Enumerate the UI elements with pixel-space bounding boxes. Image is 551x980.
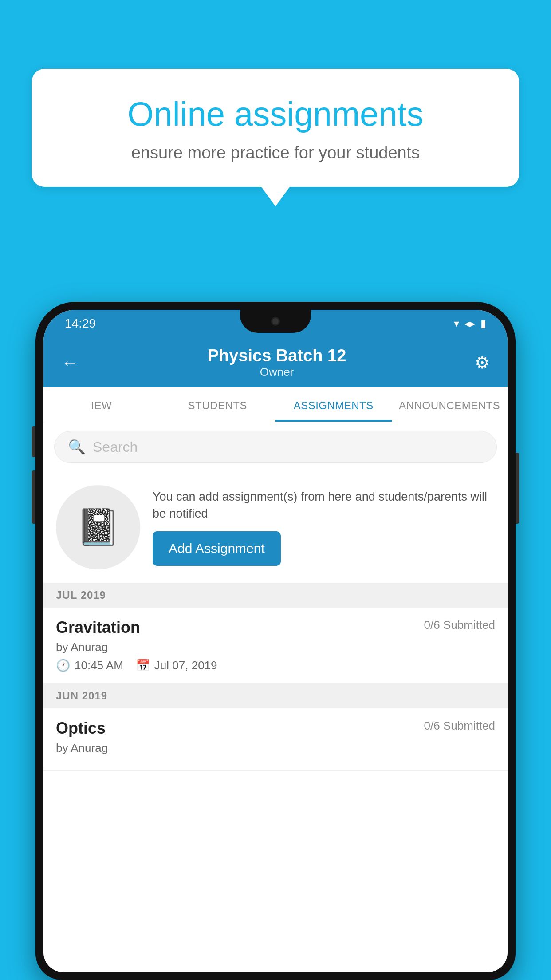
assignment-name: Gravitation — [56, 618, 140, 637]
month-separator-jul: JUL 2019 — [43, 583, 508, 608]
signal-icon: ◂▸ — [464, 317, 475, 330]
add-assignment-button[interactable]: Add Assignment — [153, 531, 281, 566]
tab-assignments[interactable]: ASSIGNMENTS — [276, 387, 392, 422]
status-time: 14:29 — [65, 316, 96, 331]
side-button-volume — [32, 470, 35, 524]
search-bar[interactable]: 🔍 Search — [54, 431, 497, 463]
assignment-item-optics[interactable]: Optics 0/6 Submitted by Anurag — [43, 708, 508, 771]
assignment-submitted-optics: 0/6 Submitted — [424, 719, 495, 733]
wifi-icon: ▾ — [454, 317, 459, 330]
tab-bar: IEW STUDENTS ASSIGNMENTS ANNOUNCEMENTS — [43, 387, 508, 422]
month-separator-jun: JUN 2019 — [43, 684, 508, 708]
notebook-icon: 📓 — [76, 506, 120, 548]
assignment-promo: 📓 You can add assignment(s) from here an… — [43, 472, 508, 583]
header-subtitle: Owner — [208, 365, 346, 379]
bubble-title: Online assignments — [63, 95, 488, 133]
assignment-item-gravitation[interactable]: Gravitation 0/6 Submitted by Anurag 🕐 10… — [43, 608, 508, 684]
assignment-submitted: 0/6 Submitted — [424, 618, 495, 632]
search-container: 🔍 Search — [43, 422, 508, 472]
status-icons: ▾ ◂▸ ▮ — [454, 317, 486, 330]
speech-bubble-card: Online assignments ensure more practice … — [32, 69, 519, 187]
search-icon: 🔍 — [68, 439, 86, 455]
assignment-meta: 🕐 10:45 AM 📅 Jul 07, 2019 — [56, 659, 495, 672]
assignment-by-optics: by Anurag — [56, 741, 495, 755]
tab-announcements[interactable]: ANNOUNCEMENTS — [392, 387, 508, 422]
promo-description: You can add assignment(s) from here and … — [153, 489, 495, 522]
phone-frame: 14:29 ▾ ◂▸ ▮ ← Physics Batch 12 Owner ⚙ … — [35, 302, 516, 980]
phone-screen: 14:29 ▾ ◂▸ ▮ ← Physics Batch 12 Owner ⚙ … — [43, 310, 508, 972]
assignment-by: by Anurag — [56, 640, 495, 654]
calendar-icon: 📅 — [136, 659, 150, 672]
header-title: Physics Batch 12 — [208, 346, 346, 365]
settings-button[interactable]: ⚙ — [475, 353, 490, 372]
header-center: Physics Batch 12 Owner — [208, 346, 346, 379]
assignment-date: Jul 07, 2019 — [154, 659, 217, 672]
speech-bubble-tail — [261, 187, 290, 206]
app-header: ← Physics Batch 12 Owner ⚙ — [43, 337, 508, 387]
promo-content: You can add assignment(s) from here and … — [153, 489, 495, 566]
promo-icon-circle: 📓 — [56, 485, 140, 569]
assignment-header: Gravitation 0/6 Submitted — [56, 618, 495, 637]
assignment-time: 10:45 AM — [75, 659, 123, 672]
side-button-power — [32, 426, 35, 457]
bubble-subtitle: ensure more practice for your students — [63, 143, 488, 162]
tab-iew[interactable]: IEW — [43, 387, 160, 422]
clock-icon: 🕐 — [56, 659, 70, 672]
side-button-right — [516, 453, 519, 524]
phone-notch — [240, 310, 311, 333]
battery-icon: ▮ — [480, 317, 486, 330]
search-placeholder: Search — [93, 439, 138, 455]
content-area: 🔍 Search 📓 You can add assignment(s) fro… — [43, 422, 508, 972]
assignment-header-optics: Optics 0/6 Submitted — [56, 719, 495, 738]
meta-time: 🕐 10:45 AM — [56, 659, 123, 672]
speech-bubble-section: Online assignments ensure more practice … — [32, 69, 519, 206]
tab-students[interactable]: STUDENTS — [160, 387, 276, 422]
assignment-name-optics: Optics — [56, 719, 106, 738]
meta-date: 📅 Jul 07, 2019 — [136, 659, 217, 672]
camera — [271, 317, 280, 326]
back-button[interactable]: ← — [61, 353, 79, 373]
